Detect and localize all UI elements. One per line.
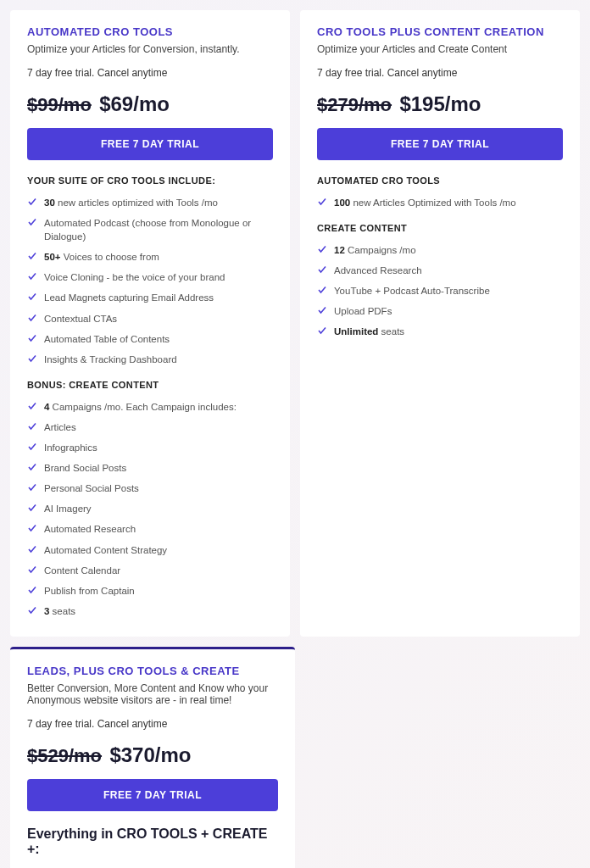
feature-item: Advanced Research: [317, 260, 563, 281]
feature-item: 3 seats: [27, 601, 273, 621]
check-icon: [27, 421, 37, 431]
feature-item: 4 Campaigns /mo. Each Campaign includes:: [27, 397, 273, 417]
feature-item: 50+ Voices to choose from: [27, 247, 273, 267]
feature-text: Advanced Research: [334, 265, 422, 275]
price-current: $370/mo: [109, 743, 191, 766]
feature-item: Automated Content Strategy: [27, 540, 273, 560]
trial-note: 7 day free trial. Cancel anytime: [317, 67, 563, 79]
feature-text: Campaigns /mo: [345, 245, 416, 255]
check-icon: [27, 544, 37, 554]
feature-item: 100 new Articles Optimized with Tools /m…: [317, 192, 563, 213]
card-title: AUTOMATED CRO TOOLS: [27, 25, 273, 38]
feature-text: Voices to choose from: [61, 252, 159, 262]
feature-text: Campaigns /mo. Each Campaign includes:: [49, 402, 237, 412]
check-icon: [27, 442, 37, 452]
trial-note: 7 day free trial. Cancel anytime: [27, 718, 278, 730]
feature-item: YouTube + Podcast Auto-Transcribe: [317, 281, 563, 301]
feature-item: Voice Cloning - be the voice of your bra…: [27, 267, 273, 287]
check-icon: [27, 585, 37, 595]
feature-item: Publish from Captain: [27, 581, 273, 601]
feature-text: Automated Research: [44, 524, 136, 534]
feature-text: Automated Table of Contents: [44, 334, 170, 344]
feature-text: seats: [49, 606, 75, 616]
card-title: LEADS, PLUS CRO TOOLS & CREATE: [27, 665, 278, 677]
price-original: $529/mo: [27, 745, 102, 766]
feature-item: Personal Social Posts: [27, 478, 273, 498]
feature-item: Articles: [27, 417, 273, 437]
check-icon: [317, 197, 327, 207]
feature-item: Upload PDFs: [317, 301, 563, 321]
pricing-card-cro: AUTOMATED CRO TOOLS Optimize your Articl…: [10, 10, 290, 637]
price-row: $529/mo $370/mo: [27, 743, 278, 767]
feature-text: AI Imagery: [44, 504, 92, 514]
check-icon: [27, 251, 37, 261]
feature-text: Brand Social Posts: [44, 463, 126, 473]
feature-text: Publish from Captain: [44, 586, 135, 596]
price-row: $99/mo $69/mo: [27, 92, 273, 116]
feature-list-plus-1: 100 new Articles Optimized with Tools /m…: [317, 192, 563, 213]
check-icon: [27, 197, 37, 207]
card-title: CRO TOOLS PLUS CONTENT CREATION: [317, 25, 563, 38]
price-original: $279/mo: [317, 94, 392, 115]
feature-item: 30 new articles optimized with Tools /mo: [27, 192, 273, 213]
feature-item: Infographics: [27, 437, 273, 458]
feature-text: new Articles Optimized with Tools /mo: [350, 198, 515, 208]
card-subtitle: Optimize your Articles and Create Conten…: [317, 43, 563, 55]
check-icon: [27, 482, 37, 492]
feature-text: Content Calendar: [44, 565, 120, 576]
check-icon: [317, 326, 327, 336]
feature-bold: 30: [44, 198, 55, 208]
check-icon: [27, 401, 37, 411]
feature-text: Upload PDFs: [334, 306, 392, 316]
check-icon: [27, 292, 37, 302]
feature-item: Lead Magnets capturing Email Address: [27, 287, 273, 308]
feature-text: Automated Podcast (choose from Monologue…: [44, 218, 251, 242]
feature-text: Insights & Tracking Dashboard: [44, 354, 177, 364]
check-icon: [27, 605, 37, 615]
feature-item: Contextual CTAs: [27, 309, 273, 329]
section-head: BONUS: CREATE CONTENT: [27, 380, 273, 390]
feature-text: Lead Magnets capturing Email Address: [44, 292, 214, 303]
feature-text: Articles: [44, 422, 76, 432]
check-icon: [27, 565, 37, 575]
card-subtitle: Optimize your Articles for Conversion, i…: [27, 43, 273, 55]
feature-list-cro-1: 30 new articles optimized with Tools /mo…: [27, 192, 273, 370]
feature-list-cro-2: 4 Campaigns /mo. Each Campaign includes:…: [27, 397, 273, 621]
check-icon: [317, 244, 327, 254]
feature-text: new articles optimized with Tools /mo: [55, 198, 218, 208]
check-icon: [27, 503, 37, 513]
feature-item: Automated Podcast (choose from Monologue…: [27, 213, 273, 247]
feature-item: Automated Table of Contents: [27, 329, 273, 349]
check-icon: [27, 217, 37, 227]
check-icon: [27, 313, 37, 323]
check-icon: [317, 264, 327, 275]
feature-bold: 12: [334, 245, 345, 255]
free-trial-button[interactable]: FREE 7 DAY TRIAL: [27, 128, 273, 160]
feature-text: Voice Cloning - be the voice of your bra…: [44, 272, 225, 282]
feature-item: 12 Campaigns /mo: [317, 240, 563, 260]
free-trial-button[interactable]: FREE 7 DAY TRIAL: [27, 779, 278, 811]
section-head: CREATE CONTENT: [317, 223, 563, 233]
feature-text: Infographics: [44, 442, 97, 453]
pricing-card-plus: CRO TOOLS PLUS CONTENT CREATION Optimize…: [300, 10, 580, 637]
feature-text: Contextual CTAs: [44, 314, 117, 324]
feature-item: Content Calendar: [27, 560, 273, 581]
free-trial-button[interactable]: FREE 7 DAY TRIAL: [317, 128, 563, 160]
price-current: $195/mo: [399, 92, 481, 115]
feature-text: YouTube + Podcast Auto-Transcribe: [334, 286, 490, 296]
section-bighead: Everything in CRO TOOLS + CREATE +:: [27, 826, 278, 857]
feature-list-plus-2: 12 Campaigns /moAdvanced ResearchYouTube…: [317, 240, 563, 342]
check-icon: [27, 333, 37, 343]
feature-text: Personal Social Posts: [44, 483, 139, 493]
feature-item: Brand Social Posts: [27, 458, 273, 478]
check-icon: [27, 523, 37, 533]
feature-text: seats: [378, 326, 404, 337]
pricing-card-leads: LEADS, PLUS CRO TOOLS & CREATE Better Co…: [10, 647, 295, 868]
check-icon: [317, 305, 327, 315]
feature-item: Unlimited seats: [317, 321, 563, 342]
price-row: $279/mo $195/mo: [317, 92, 563, 116]
feature-bold: 100: [334, 198, 350, 208]
feature-item: Insights & Tracking Dashboard: [27, 349, 273, 370]
trial-note: 7 day free trial. Cancel anytime: [27, 67, 273, 79]
price-current: $69/mo: [99, 92, 170, 115]
